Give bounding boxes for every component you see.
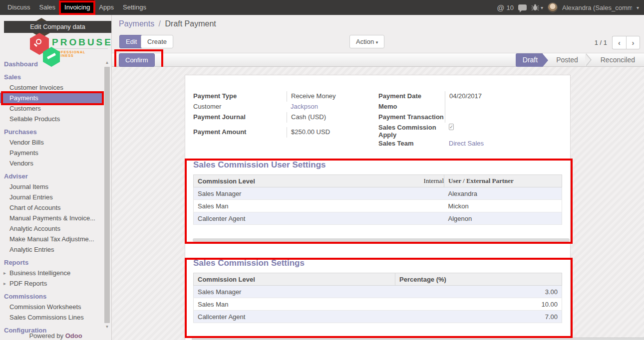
commission-settings-table: Commission Level Percentage (%) Sales Ma… [193,273,562,323]
sidebar-item-manual-payments-invoice[interactable]: Manual Payments & Invoice... [0,213,103,223]
table-row[interactable]: Callcenter AgentAlgenon [194,212,562,225]
menu-sales[interactable]: Sales [35,0,60,15]
column-header-commission-level[interactable]: Commission Level [194,273,395,286]
status-steps: Draft Posted Reconciled [516,53,643,67]
sidebar-header-sales[interactable]: Sales [0,72,103,82]
horizontal-scrollbar[interactable] [192,338,644,340]
sidebar-item-payments[interactable]: Payments [0,93,103,103]
edit-company-data-button[interactable]: Edit Company data [4,21,111,33]
create-button[interactable]: Create [141,35,173,48]
debug-menu[interactable]: ▾ [531,4,543,11]
column-label: Commission Level [198,177,255,185]
scrollbar-up-icon[interactable]: ▲ [104,60,110,66]
column-header-user-external-partner[interactable]: User / External Partner [444,175,562,187]
cell-value: Mickon [444,200,562,212]
table-row[interactable]: Callcenter Agent7.00 [194,311,562,323]
pager-previous-button[interactable]: ‹ [612,36,626,49]
commission-settings-rows: Sales Manager3.00Sales Man10.00Callcente… [194,286,562,323]
sidebar-header-commissions[interactable]: Commissions [0,291,103,302]
sidebar-item-journal-entries[interactable]: Journal Entries [0,192,103,202]
menu-invoicing[interactable]: Invoicing [60,0,94,15]
form-left-column: Payment Type Receive Money Customer Jack… [193,91,365,138]
sidebar-item-pdf-reports[interactable]: ▸PDF Reports [0,278,103,289]
sales-team-link[interactable]: Direct Sales [445,139,564,149]
table-row[interactable]: Sales ManagerAlexandra [194,187,562,200]
sidebar-item-customers[interactable]: Customers [0,103,103,114]
field-label: Payment Journal [193,112,287,123]
field-label: Sales Team [378,139,445,149]
menu-apps[interactable]: Apps [94,0,118,15]
breadcrumb-payments-link[interactable]: Payments [119,19,154,28]
section-commission-settings: Sales Commission Settings Commission Lev… [193,258,562,323]
field-label: Customer [193,102,287,112]
sidebar-item-commission-worksheets[interactable]: Commission Worksheets [0,302,103,312]
mention-icon: @ [497,3,504,12]
status-step-draft[interactable]: Draft [516,53,543,67]
pager-next-button[interactable]: › [626,36,640,49]
sidebar-item-vendors[interactable]: Vendors [0,158,103,169]
status-step-posted[interactable]: Posted [548,53,586,67]
sidebar-item-vendor-bills[interactable]: Vendor Bills [0,137,103,148]
sidebar-nav: DashboardSalesCustomer InvoicesPaymentsC… [0,59,103,336]
content-area: Payment Type Receive Money Customer Jack… [112,67,644,340]
menu-settings[interactable]: Settings [118,0,151,15]
sidebar-item-business-intelligence[interactable]: ▸Business Intelligence [0,268,103,278]
commission-user-table: Commission Level Internal User / Externa… [193,174,562,225]
avatar[interactable] [548,2,558,12]
record-pager: 1 / 1 ‹ › [595,36,640,49]
odoo-app-window: DiscussSalesInvoicingAppsSettings @ 10 [0,0,644,340]
odoo-brand-link[interactable]: Odoo [65,332,82,340]
edit-button[interactable]: Edit [119,35,143,48]
table-row[interactable]: Sales Man10.00 [194,298,562,311]
action-dropdown-button[interactable]: Action ▾ [349,35,384,48]
expand-icon[interactable]: ▸ [3,278,6,289]
cell-commission-level: Sales Manager [194,187,444,200]
chat-icon[interactable] [518,4,527,10]
sidebar-item-analytic-accounts[interactable]: Analytic Accounts [0,223,103,234]
sidebar-header-reports[interactable]: Reports [0,257,103,268]
pager-value: 1 / 1 [595,39,607,46]
cell-commission-level: Sales Man [194,200,444,212]
sidebar-item-chart-of-accounts[interactable]: Chart of Accounts [0,202,103,213]
status-step-reconciled[interactable]: Reconciled [593,53,643,67]
sidebar-scrollbar[interactable]: ▲ ▼ [104,60,110,330]
sales-commission-apply-checkbox[interactable]: ✓ [449,124,454,130]
customer-link[interactable]: Jackpson [287,102,365,112]
expand-icon[interactable]: ▸ [3,268,6,278]
chevron-down-icon: ▾ [637,5,639,10]
scrollbar-thumb[interactable] [104,67,110,323]
column-header-commission-level[interactable]: Commission Level Internal [194,175,444,187]
sidebar-item-journal-items[interactable]: Journal Items [0,181,103,192]
sidebar-item-payments[interactable]: Payments [0,148,103,158]
column-header-percentage[interactable]: Percentage (%) [395,273,562,286]
mention-count: 10 [506,4,513,11]
sidebar-item-customer-invoices[interactable]: Customer Invoices [0,82,103,93]
field-payment-date: Payment Date 04/20/2017 [378,91,564,102]
mentions-counter[interactable]: @ 10 [497,3,514,12]
field-value [445,112,564,123]
column-label: Commission Level [198,276,255,283]
table-row[interactable]: Sales ManMickon [194,200,562,212]
chevron-down-icon: ▾ [541,5,543,10]
field-value: ✓ [445,123,564,139]
action-label: Action [356,38,374,45]
column-label: / External Partner [461,177,514,184]
table-row[interactable]: Sales Manager3.00 [194,286,562,298]
confirm-button[interactable]: Confirm [119,53,155,67]
menu-discuss[interactable]: Discuss [3,0,35,15]
sidebar-item-analytic-entries[interactable]: Analytic Entries [0,244,103,255]
sidebar-item-make-manual-tax-adjustme[interactable]: Make Manual Tax Adjustme... [0,234,103,244]
sidebar-header-purchases[interactable]: Purchases [0,127,103,137]
sidebar-item-sellable-products[interactable]: Sellable Products [0,114,103,124]
section-commission-user-settings: Sales Commission User Settings Commissio… [193,160,562,225]
sidebar-header-adviser[interactable]: Adviser [0,171,103,181]
field-payment-amount: Payment Amount $250.00 USD [193,127,365,138]
horizontal-scrollbar[interactable] [193,238,570,242]
scrollbar-down-icon[interactable]: ▼ [104,324,110,330]
column-label-overflow: Internal [424,177,444,185]
cell-value: 3.00 [395,286,562,298]
sidebar-item-sales-commissions-lines[interactable]: Sales Commissions Lines [0,312,103,323]
topbar-right-cluster: @ 10 ▾ Alexandra (Sales_comm.. [497,2,644,12]
field-sales-commission-apply: Sales Commission Apply ✓ [378,123,564,139]
user-menu[interactable]: Alexandra (Sales_comm.. [562,4,632,11]
